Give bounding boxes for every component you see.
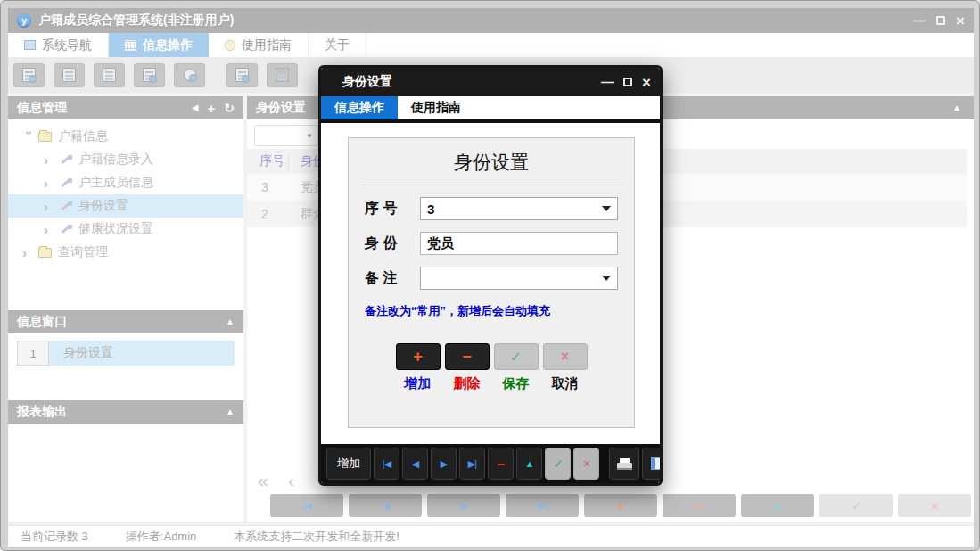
print-button[interactable] (609, 448, 639, 480)
folder-icon (38, 132, 52, 142)
collapse-button[interactable]: ▲ (741, 494, 814, 517)
triangle-up-icon: ▲ (773, 500, 782, 511)
panel-title: 信息管理 (17, 100, 67, 116)
collapse-left-icon[interactable]: ◀ (192, 103, 199, 112)
app-window: y 户籍成员综合管理系统(非注册用户) — × 系统导航 信息操作 使用指南 关… (0, 0, 980, 551)
x-icon: × (583, 456, 589, 471)
seq-select[interactable]: 3 (420, 197, 618, 220)
form-delete-button[interactable]: − (445, 343, 490, 370)
search-doc-button[interactable] (13, 63, 45, 87)
scroll-left-icon[interactable]: ‹ (288, 470, 294, 491)
export-doc-icon (235, 68, 249, 82)
column-header-seq[interactable]: 序号 (247, 153, 288, 169)
printer-icon (617, 458, 632, 470)
tab-label: 信息操作 (143, 37, 193, 53)
record-count: 当前记录数 3 (21, 529, 88, 545)
tree-item-health-settings[interactable]: › 健康状况设置 (8, 218, 243, 241)
page-last-button[interactable]: ▶| (506, 494, 579, 517)
info-window-item[interactable]: 1 身份设置 (17, 341, 235, 366)
collapse-up-icon[interactable]: ▲ (226, 317, 235, 326)
item-index[interactable]: 1 (17, 341, 49, 366)
cancel-button[interactable]: × (898, 494, 971, 517)
toolbar-save-button[interactable]: ✓ (545, 448, 571, 480)
nav-prev-button[interactable]: ◀ (402, 448, 428, 480)
confirm-button[interactable]: ✓ (819, 494, 893, 517)
column-filter-dropdown[interactable]: ▼ (254, 125, 318, 146)
panel-header-info-management[interactable]: 信息管理 ◀ + ↻ (8, 96, 243, 119)
chevron-right-icon[interactable]: › (44, 199, 58, 214)
chevron-down-icon: ▼ (306, 132, 313, 140)
tree-item-household-info[interactable]: › 户籍信息 (8, 125, 243, 148)
panel-header-info-window[interactable]: 信息窗口 ▲ (8, 310, 243, 333)
record-remove-button[interactable]: − (663, 494, 736, 517)
tree-item-household-entry[interactable]: › 户籍信息录入 (8, 148, 243, 171)
form-cancel-button[interactable]: × (543, 343, 588, 370)
chevron-right-icon[interactable]: › (44, 152, 58, 168)
tab-about[interactable]: 关于 (309, 33, 366, 57)
panel-title: 报表输出 (17, 404, 67, 420)
nav-first-button[interactable]: |◀ (374, 448, 399, 480)
minus-icon: − (462, 348, 472, 366)
export-doc-button[interactable] (226, 63, 258, 87)
chevron-right-icon[interactable]: › (44, 222, 58, 237)
chevron-right-icon[interactable]: › (22, 245, 37, 260)
navigation-tree: › 户籍信息 › 户籍信息录入 › 户主成员信息 › 身份设置 › 健康状况设置… (8, 119, 243, 303)
screen-view-button[interactable] (174, 63, 205, 87)
collapse-up-icon[interactable]: ▲ (226, 407, 235, 416)
tree-item-identity-settings[interactable]: › 身份设置 (8, 194, 243, 218)
tab-system-nav[interactable]: 系统导航 (8, 33, 109, 57)
plus-icon: + (413, 348, 423, 366)
chevron-right-icon[interactable]: › (44, 176, 58, 191)
last-icon: ▶| (538, 500, 546, 512)
next-icon: ▶ (441, 458, 447, 470)
restore-button[interactable] (936, 16, 945, 25)
dialog-tab-info-operation[interactable]: 信息操作 (321, 96, 398, 119)
page-next-button[interactable]: ▶ (427, 494, 500, 517)
nav-last-button[interactable]: ▶| (459, 448, 485, 480)
person-report-button[interactable] (134, 63, 165, 87)
tab-user-guide[interactable]: 使用指南 (209, 33, 309, 57)
cell-seq: 3 (247, 180, 301, 194)
minimize-button[interactable]: — (913, 14, 926, 27)
dialog-minimize-button[interactable]: — (601, 76, 614, 88)
toolbar-collapse-button[interactable]: ▲ (516, 448, 542, 480)
form-save-button[interactable]: ✓ (494, 343, 539, 370)
tree-item-householder-members[interactable]: › 户主成员信息 (8, 171, 243, 194)
form-view-icon (62, 68, 76, 82)
item-label[interactable]: 身份设置 (49, 341, 235, 366)
chevron-down-icon[interactable]: › (22, 130, 37, 144)
document-button[interactable] (94, 63, 125, 87)
nav-next-button[interactable]: ▶ (431, 448, 457, 480)
toolbar-add-button[interactable]: 增加 (326, 448, 371, 480)
tool-icon (60, 224, 72, 235)
toolbar-remove-button[interactable]: − (488, 448, 514, 480)
record-add-button[interactable]: + (584, 494, 657, 517)
collapse-up-icon[interactable]: ▲ (952, 103, 961, 112)
identity-input[interactable]: 党员 (420, 232, 618, 255)
selection-box-button[interactable] (267, 63, 298, 87)
form-row-identity: 身 份 党员 (365, 232, 618, 255)
dialog-tab-user-guide[interactable]: 使用指南 (398, 96, 474, 119)
columns-button[interactable] (642, 448, 663, 480)
form-view-button[interactable] (54, 63, 85, 87)
pagination-bar: |◀ ◀ ▶ ▶| + − ▲ ✓ × (270, 494, 971, 517)
remark-select[interactable] (420, 267, 618, 290)
add-icon[interactable]: + (208, 102, 216, 115)
dialog-toolbar: 增加 |◀ ◀ ▶ ▶| − ▲ ✓ × (321, 444, 660, 483)
refresh-icon[interactable]: ↻ (224, 102, 235, 114)
page-first-button[interactable]: |◀ (270, 494, 343, 517)
app-logo-icon: y (17, 13, 31, 28)
scroll-far-left-icon[interactable]: « (258, 470, 268, 491)
form-add-button[interactable]: + (396, 343, 441, 370)
close-button[interactable]: × (956, 13, 965, 29)
dialog-close-button[interactable]: × (642, 75, 651, 90)
toolbar-cancel-button[interactable]: × (573, 448, 599, 480)
tree-item-query-management[interactable]: › 查询管理 (8, 241, 243, 264)
dialog-maximize-button[interactable] (623, 78, 632, 86)
main-panel-title: 身份设置 (256, 100, 306, 116)
tab-info-operation[interactable]: 信息操作 (109, 33, 209, 57)
panel-header-report-output[interactable]: 报表输出 ▲ (8, 400, 243, 424)
chevron-down-icon (602, 206, 611, 211)
page-prev-button[interactable]: ◀ (349, 494, 422, 517)
dialog-tabstrip: 信息操作 使用指南 (321, 96, 660, 123)
